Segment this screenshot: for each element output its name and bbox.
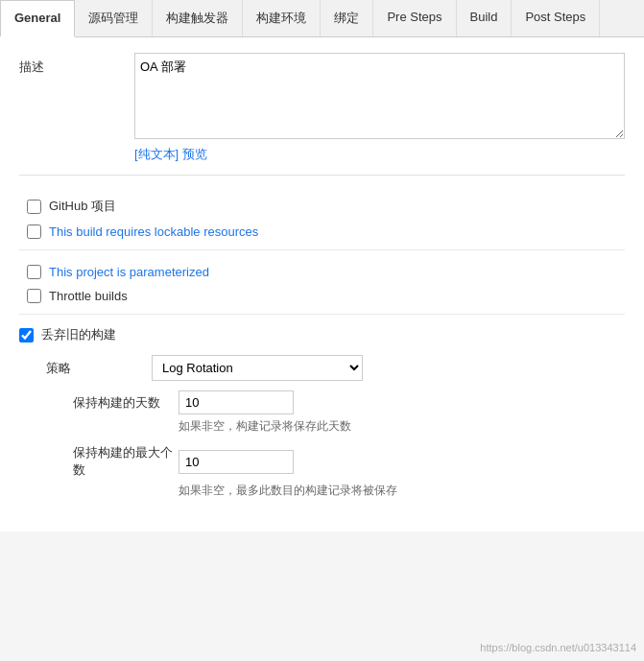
- days-label: 保持构建的天数: [73, 394, 179, 412]
- throttle-checkbox[interactable]: [27, 289, 41, 303]
- checkbox-row-lockable: This build requires lockable resources: [19, 220, 625, 244]
- max-row: 保持构建的最大个数: [46, 444, 625, 479]
- tab-build[interactable]: Build: [457, 0, 513, 36]
- days-input[interactable]: [179, 390, 294, 414]
- divider-1: [19, 175, 625, 176]
- checkbox-row-github: GitHub 项目: [19, 193, 625, 220]
- description-label: 描述: [19, 53, 134, 76]
- tab-trigger[interactable]: 构建触发器: [153, 0, 243, 36]
- discard-checkbox[interactable]: [19, 328, 34, 342]
- github-checkbox[interactable]: [27, 200, 41, 214]
- max-label: 保持构建的最大个数: [73, 444, 179, 479]
- tab-bar: General源码管理构建触发器构建环境绑定Pre StepsBuildPost…: [0, 0, 644, 37]
- tab-source[interactable]: 源码管理: [75, 0, 153, 36]
- strategy-select[interactable]: Log RotationNone: [152, 355, 363, 381]
- checkbox-row-parameterized: This project is parameterized: [19, 260, 625, 284]
- strategy-label: 策略: [46, 360, 152, 377]
- discard-title[interactable]: 丢弃旧的构建: [41, 326, 116, 343]
- checkbox-group-2: This project is parameterized Throttle b…: [19, 254, 625, 315]
- parameterized-checkbox[interactable]: [27, 265, 41, 279]
- github-label[interactable]: GitHub 项目: [49, 198, 116, 215]
- strategy-section: 策略 Log RotationNone 保持构建的天数 如果非空，构建记录将保存…: [19, 355, 625, 499]
- tab-bind[interactable]: 绑定: [321, 0, 373, 36]
- tab-env[interactable]: 构建环境: [243, 0, 321, 36]
- discard-header: 丢弃旧的构建: [19, 326, 625, 343]
- strategy-row: 策略 Log RotationNone: [46, 355, 625, 381]
- max-hint: 如果非空，最多此数目的构建记录将被保存: [46, 483, 625, 499]
- checkbox-row-throttle: Throttle builds: [19, 284, 625, 308]
- lockable-label[interactable]: This build requires lockable resources: [49, 224, 258, 239]
- tab-presteps[interactable]: Pre Steps: [373, 0, 456, 36]
- description-textarea[interactable]: [134, 53, 625, 139]
- main-content: 描述 [纯文本] 预览 GitHub 项目 This build require…: [0, 37, 644, 531]
- discard-section: 丢弃旧的构建 策略 Log RotationNone 保持构建的天数 如果非空，…: [19, 319, 625, 516]
- checkbox-group-1: GitHub 项目 This build requires lockable r…: [19, 187, 625, 250]
- preview-link[interactable]: [纯文本] 预览: [134, 146, 207, 163]
- days-hint: 如果非空，构建记录将保存此天数: [46, 418, 625, 435]
- description-row: 描述 [纯文本] 预览: [19, 53, 625, 163]
- max-input[interactable]: [179, 450, 294, 474]
- lockable-checkbox[interactable]: [27, 224, 41, 239]
- days-row: 保持构建的天数: [46, 390, 625, 414]
- tab-general[interactable]: General: [0, 0, 75, 37]
- description-wrap: [纯文本] 预览: [134, 53, 625, 163]
- parameterized-label[interactable]: This project is parameterized: [49, 265, 209, 279]
- tab-poststeps[interactable]: Post Steps: [512, 0, 600, 36]
- throttle-label[interactable]: Throttle builds: [49, 289, 128, 303]
